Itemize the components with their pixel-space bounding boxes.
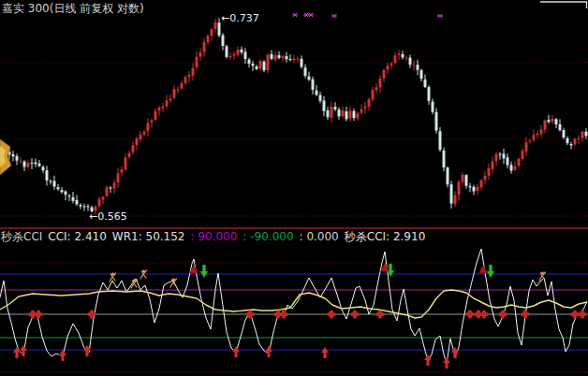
indicator-param-value: WR1: 50.152 (112, 230, 185, 243)
candlestick-series (1, 18, 588, 214)
chart-title: 嘉实 300(日线 前复权 对数) (2, 1, 144, 17)
sell-down-arrow-icons (200, 264, 494, 278)
indicator-param-value: CCI: 2.410 (48, 230, 107, 243)
buy-up-arrow-icons (13, 345, 459, 369)
chart-canvas[interactable] (0, 0, 588, 376)
price-panel-gridlines (0, 63, 588, 216)
low-price-callout: ←0.565 (89, 210, 127, 223)
window-edge-artifact (540, 2, 587, 8)
indicator-param-value: : 0.000 (300, 230, 339, 243)
indicator-param-row[interactable]: 秒杀CCICCI: 2.410WR1: 50.152: 90.000: -90.… (1, 230, 587, 244)
peak-badge-icons (190, 263, 488, 273)
indicator-param-value: 秒杀CCI: 2.910 (345, 230, 426, 243)
indicator-param-value: : 90.000 (191, 230, 238, 243)
indicator-name-label: 秒杀CCI (1, 230, 42, 243)
indicator-param-value: : -90.000 (243, 230, 293, 243)
tdx-chart-window: 嘉实 300(日线 前复权 对数) ←0.737 ←0.565 秒杀CCICCI… (0, 0, 588, 376)
high-price-callout: ←0.737 (221, 12, 259, 24)
sell-signal-star-icons (292, 13, 443, 18)
